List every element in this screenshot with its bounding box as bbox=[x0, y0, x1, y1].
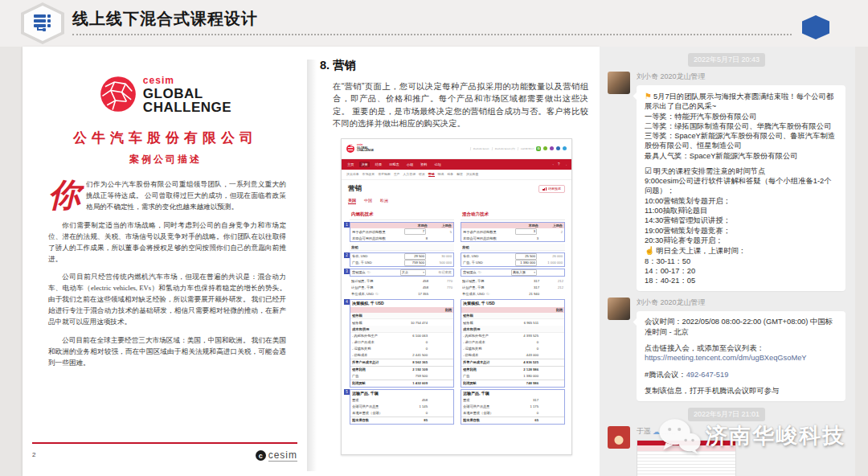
panel-row: 所售产品成本总计8 562 365 bbox=[350, 359, 453, 366]
value-this-round: 317 bbox=[515, 285, 539, 289]
value-input[interactable]: 3 bbox=[515, 228, 537, 235]
topbar-user-item[interactable]: Rochelle Green bbox=[470, 147, 489, 150]
value-last-round: 770 bbox=[428, 285, 452, 289]
value-this-round: 8 bbox=[403, 236, 428, 240]
dash-subnav-item[interactable]: 税务 bbox=[447, 172, 453, 176]
dash-nav-item[interactable]: 结果 bbox=[374, 162, 383, 167]
message-bubble: ⚑5月7日的团队展示与海报大赛圆满结束啦！每个公司都展示出了自己的风采~一等奖：… bbox=[637, 85, 845, 291]
row-label: 售价, USD bbox=[463, 254, 515, 258]
row-label: 利润贡献 bbox=[352, 381, 403, 385]
topbar-user-item[interactable]: 13d 09:50:14 bbox=[517, 147, 534, 150]
status-circle-icon[interactable] bbox=[563, 146, 567, 150]
avatar-yuyao[interactable] bbox=[608, 426, 630, 449]
dash-subnav-item[interactable]: 市场设置 bbox=[362, 172, 375, 176]
panel-row: 营销重点ⓘ大众▾年轻家庭 bbox=[350, 269, 453, 276]
row-label: 单位成本, USDⓘ bbox=[351, 292, 404, 296]
value-this-round: 4 836 525 bbox=[514, 360, 538, 364]
chat-message-2: 刘小奇 2020龙山管理 会议时间：2022/05/08 08:00-22:00… bbox=[608, 298, 845, 401]
row-label: 未满足需求（全球） bbox=[352, 411, 403, 415]
panel-row: 广告, 千 USD1 380 0001 000 000 bbox=[461, 260, 564, 266]
dash-subnav-item[interactable]: 融资 bbox=[457, 172, 463, 176]
panel-row: 用于该产品的功能数量75 bbox=[350, 228, 453, 235]
meeting-id-value[interactable]: 492-647-519 bbox=[686, 371, 729, 379]
select-value: 高收入族 bbox=[513, 270, 526, 275]
image-attachment[interactable] bbox=[637, 440, 736, 476]
status-circle-icon[interactable] bbox=[550, 146, 554, 150]
dash-subnav-item[interactable]: 需求预测 bbox=[378, 172, 391, 176]
value-last-round: 30 000 bbox=[428, 254, 452, 258]
dash-nav-item[interactable]: 日程表 bbox=[387, 162, 401, 167]
message-text: 11:00抽取辩论题目 bbox=[645, 207, 707, 215]
section-label: 成本和费用 bbox=[352, 327, 452, 331]
person-icon[interactable]: ◦ bbox=[552, 162, 554, 166]
value-input[interactable]: 25 500 bbox=[515, 253, 537, 260]
dash-subnav-item[interactable]: 研发 bbox=[419, 172, 425, 176]
value-last-round: 5 bbox=[428, 230, 452, 234]
dash-subnav-item[interactable]: 决策检查 bbox=[466, 172, 479, 176]
status-circle-icon[interactable] bbox=[543, 146, 547, 150]
dash-subnav-item[interactable]: 物流 bbox=[438, 172, 444, 176]
info-icon[interactable]: ⓘ bbox=[375, 292, 379, 296]
info-icon[interactable]: ⓘ bbox=[478, 270, 481, 274]
avatar-liu[interactable] bbox=[608, 72, 630, 94]
info-icon[interactable]: ⓘ bbox=[367, 270, 371, 274]
marketing-section: 8. 营销 在“营销”页面上，您可以决定每种产品拟采用的功能数量以及营销组合，即… bbox=[320, 58, 598, 455]
panel-row: 营销 bbox=[350, 244, 454, 251]
row-label: - 运输和关税 bbox=[352, 347, 403, 351]
message-text: 9:00cesim公司进行软件讲解和答疑（每个小组准备1-2个问题）； bbox=[645, 177, 831, 195]
message-line: 19:00营销策划专题竞赛； bbox=[645, 226, 837, 236]
panel-row: 本回合上回合 bbox=[461, 223, 564, 228]
value-input[interactable]: 759 500 bbox=[404, 260, 426, 266]
value-this-round: 17 355 bbox=[404, 292, 428, 296]
sender-name: 刘小奇 2020龙山管理 bbox=[637, 72, 845, 82]
message-text: 5月7日的团队展示与海报大赛圆满结束啦！每个公司都展示出了自己的风采~ bbox=[645, 92, 833, 110]
logout-icon[interactable]: → bbox=[564, 162, 568, 166]
dash-nav-item[interactable]: 论坛 bbox=[432, 162, 442, 167]
dash-nav-item[interactable]: 小组 bbox=[405, 162, 415, 167]
region-tab[interactable]: 美国 bbox=[348, 198, 356, 205]
panel-row: - 功能成本2 441 500 bbox=[350, 352, 453, 359]
slide-title: 线上线下混合式课程设计 bbox=[72, 8, 258, 30]
row-label: 未满足需求（全球） bbox=[463, 411, 514, 415]
avatar-liu[interactable] bbox=[608, 298, 630, 320]
dash-nav-item[interactable]: 主页 bbox=[346, 162, 355, 167]
results-preview-button[interactable]: 结果预览 bbox=[538, 185, 565, 193]
value-this-round: 65 bbox=[514, 418, 538, 422]
panel-row: - 运输和关税0 bbox=[350, 346, 453, 352]
footer-brand-text: cesim bbox=[268, 450, 297, 462]
chat-timestamp: 2022年5月7日 20:43 bbox=[688, 53, 765, 67]
meeting-id-line: #腾讯会议：492-647-519 bbox=[645, 370, 837, 380]
dash-nav-item[interactable]: 决策 bbox=[359, 162, 369, 167]
dash-subnav-item[interactable]: 营销 bbox=[428, 172, 435, 177]
row-label: - 内部和外包生产 bbox=[352, 334, 403, 338]
team-chip-icon[interactable]: G bbox=[536, 146, 541, 151]
value-input[interactable]: 7 bbox=[404, 228, 426, 235]
meeting-link[interactable]: https://meeting.tencent.com/dm/ugBXeqGso… bbox=[645, 354, 807, 362]
paragraph-4: 公司目前在全球主要经营三大市场区域：美国，中国和欧洲。 我们在美国和欧洲的业务相… bbox=[48, 335, 286, 369]
panel-row: 销售额10 754 474 bbox=[350, 319, 453, 326]
message-bubble: 会议时间：2022/05/08 08:00-22:00 (GMT+08:00) … bbox=[637, 311, 845, 401]
panel-row: - 进口产品成本0 bbox=[461, 339, 564, 346]
value-input[interactable]: 29 500 bbox=[404, 253, 426, 260]
focus-select[interactable]: 大众▾ bbox=[400, 269, 426, 276]
dash-subnav-item[interactable]: 人力资源 bbox=[403, 172, 416, 176]
slide: 线上线下混合式课程设计 cesim bbox=[0, 0, 868, 476]
dash-subnav-item[interactable]: 决策清单 bbox=[346, 172, 359, 176]
message-line: 9:00cesim公司进行软件讲解和答疑（每个小组准备1-2个问题）； bbox=[645, 176, 837, 196]
region-tab[interactable]: 中国 bbox=[364, 198, 372, 205]
decision-panel: 内燃机技术1本回合上回合用于该产品的功能数量75本回合可用的总功能数8营销2售价… bbox=[350, 209, 454, 426]
dash-nav-item[interactable]: 资料 bbox=[419, 162, 428, 167]
dash-subnav-item[interactable]: 生产 bbox=[394, 172, 400, 176]
panel-row: 计划产量, 千辆458770 bbox=[350, 285, 454, 291]
footer-rule bbox=[32, 442, 297, 444]
focus-select[interactable]: 高收入族▾ bbox=[511, 269, 537, 276]
status-circle-icon[interactable] bbox=[556, 146, 560, 150]
topbar-user-item[interactable]: Rochelle Green (代) bbox=[492, 147, 515, 150]
panel-row: 需求458 bbox=[350, 397, 453, 404]
value-input[interactable]: 1 380 000 bbox=[515, 260, 537, 266]
info-icon[interactable]: ⓘ bbox=[486, 292, 489, 296]
help-icon[interactable]: ? bbox=[558, 162, 560, 166]
region-tab[interactable]: 欧洲 bbox=[380, 198, 388, 205]
panel-group: 营销重点ⓘ高收入族▾ bbox=[461, 269, 565, 277]
group-number-badge: 4 bbox=[344, 299, 350, 305]
